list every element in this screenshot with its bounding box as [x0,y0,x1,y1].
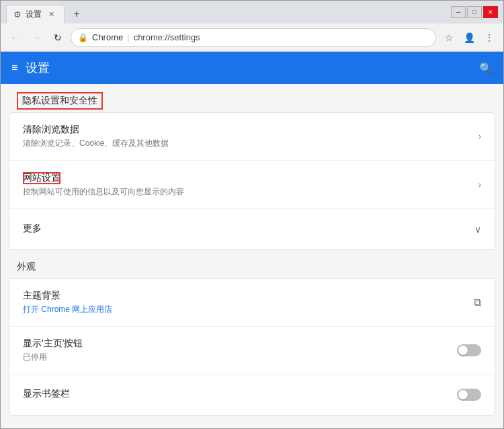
site-settings-content: 网站设置 控制网站可使用的信息以及可向您显示的内容 [23,171,473,198]
security-lock-icon: 🔒 [78,33,88,42]
settings-header: ≡ 设置 🔍 [1,52,503,84]
hamburger-menu-icon[interactable]: ≡ [11,62,17,74]
url-separator: | [127,32,129,42]
theme-content: 主题背景 打开 Chrome 网上应用店 [23,290,474,315]
chrome-menu-button[interactable]: ⋮ [480,29,498,46]
tab-title: 设置 [26,9,42,20]
bookmarks-bar-toggle[interactable] [457,389,481,401]
tab-strip: ⚙ 设置 ✕ + [6,1,451,24]
privacy-section-header: 隐私设置和安全性 [1,84,503,112]
refresh-icon: ↻ [54,32,62,43]
theme-title: 主题背景 [23,290,474,302]
settings-search-icon[interactable]: 🔍 [479,62,493,75]
site-settings-title: 网站设置 [23,172,60,184]
browser-window: ⚙ 设置 ✕ + ─ □ ✕ ← → ↻ 🔒 Chrome | chrome:/… [0,0,504,429]
home-button-title: 显示'主页'按钮 [23,338,457,350]
bookmark-star-button[interactable]: ☆ [440,29,458,46]
privacy-more-row[interactable]: 更多 ∨ [9,209,495,249]
home-button-subtitle: 已停用 [23,352,457,363]
appearance-section-label: 外观 [1,250,503,278]
privacy-more-content: 更多 [23,223,474,237]
title-bar: ⚙ 设置 ✕ + ─ □ ✕ [1,1,503,24]
profile-icon: 👤 [464,32,475,43]
site-settings-subtitle: 控制网站可使用的信息以及可向您显示的内容 [23,186,473,198]
active-tab[interactable]: ⚙ 设置 ✕ [6,5,65,24]
url-text: chrome://settings [134,32,200,42]
star-icon: ☆ [445,32,454,43]
omnibox[interactable]: 🔒 Chrome | chrome://settings [71,28,436,47]
home-button-row[interactable]: 显示'主页'按钮 已停用 [9,327,495,375]
site-settings-arrow: › [478,180,481,190]
bookmarks-bar-row[interactable]: 显示书签栏 [9,375,495,415]
menu-dots-icon: ⋮ [485,32,494,43]
clear-browsing-data-row[interactable]: 清除浏览数据 清除浏览记录、Cookie、缓存及其他数据 › [9,113,495,161]
clear-browsing-data-arrow: › [478,132,481,141]
site-settings-row[interactable]: 网站设置 控制网站可使用的信息以及可向您显示的内容 › [9,161,495,209]
clear-browsing-data-content: 清除浏览数据 清除浏览记录、Cookie、缓存及其他数据 [23,124,473,149]
back-button[interactable]: ← [6,29,24,46]
external-link-icon: ⧉ [474,297,481,309]
tab-settings-icon: ⚙ [13,9,22,20]
privacy-section-label: 隐私设置和安全性 [17,92,103,110]
refresh-button[interactable]: ↻ [49,29,67,46]
privacy-settings-card: 清除浏览数据 清除浏览记录、Cookie、缓存及其他数据 › 网站设置 控制网站… [9,112,495,250]
appearance-settings-card: 主题背景 打开 Chrome 网上应用店 ⧉ 显示'主页'按钮 已停用 [9,278,495,416]
privacy-more-title: 更多 [23,223,474,235]
back-icon: ← [10,32,19,43]
clear-browsing-data-subtitle: 清除浏览记录、Cookie、缓存及其他数据 [23,138,473,149]
privacy-more-chevron-icon: ∨ [474,224,481,235]
maximize-button[interactable]: □ [467,6,482,18]
new-tab-button[interactable]: + [67,5,86,24]
settings-page-title: 设置 [26,60,50,76]
bookmarks-bar-content: 显示书签栏 [23,388,457,402]
tab-close-button[interactable]: ✕ [46,9,57,20]
theme-row[interactable]: 主题背景 打开 Chrome 网上应用店 ⧉ [9,279,495,327]
clear-browsing-data-title: 清除浏览数据 [23,124,473,136]
theme-subtitle: 打开 Chrome 网上应用店 [23,304,474,315]
settings-header-left: ≡ 设置 [11,60,50,76]
minimize-button[interactable]: ─ [451,6,466,18]
forward-button[interactable]: → [28,29,45,46]
settings-page: ≡ 设置 🔍 隐私设置和安全性 清除浏览数据 清除浏览记录、Cookie、缓存及… [1,52,503,428]
browser-name-label: Chrome [92,32,123,42]
home-button-toggle[interactable] [457,344,481,356]
profile-button[interactable]: 👤 [460,29,478,46]
bookmarks-bar-title: 显示书签栏 [23,388,457,400]
close-button[interactable]: ✕ [483,6,498,18]
settings-content[interactable]: 隐私设置和安全性 清除浏览数据 清除浏览记录、Cookie、缓存及其他数据 › … [1,84,503,428]
window-controls: ─ □ ✕ [451,6,498,18]
address-bar-icons: ☆ 👤 ⋮ [440,29,498,46]
address-bar: ← → ↻ 🔒 Chrome | chrome://settings ☆ 👤 ⋮ [1,24,503,52]
forward-icon: → [32,32,41,43]
home-button-content: 显示'主页'按钮 已停用 [23,338,457,363]
